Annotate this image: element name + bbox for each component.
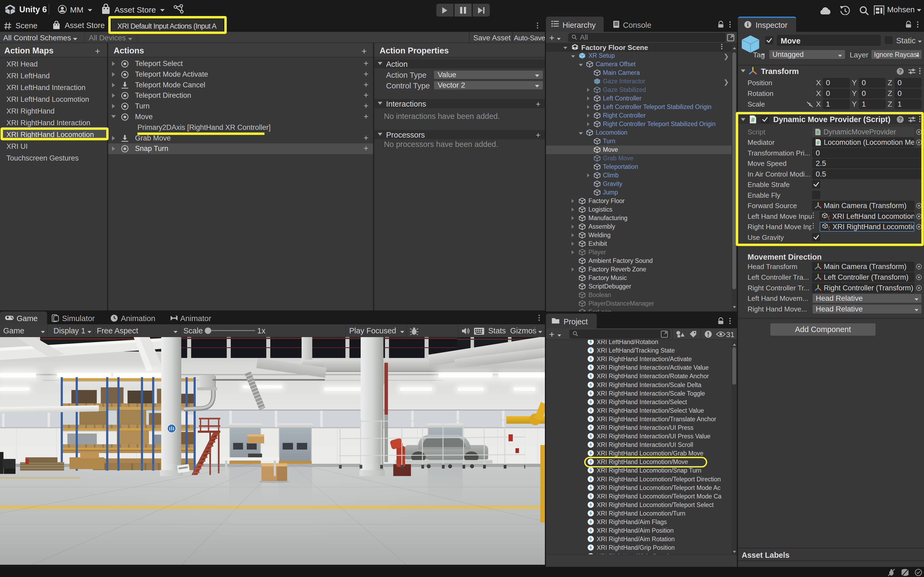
svg-text:?: ? [898, 68, 902, 74]
